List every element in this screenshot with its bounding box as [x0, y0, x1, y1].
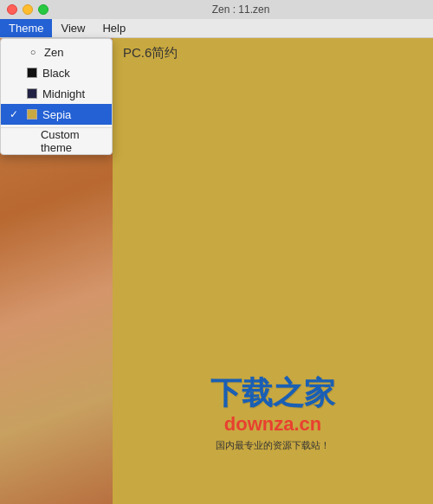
theme-option-custom[interactable]: Custom theme: [1, 131, 112, 152]
midnight-swatch: [27, 88, 37, 99]
menu-theme[interactable]: Theme: [0, 19, 52, 37]
zen-radio-icon: ○: [27, 47, 39, 57]
black-label: Black: [42, 67, 70, 80]
content-title: PC.6简约: [113, 38, 433, 68]
close-button[interactable]: [7, 4, 17, 15]
sepia-check: ✓: [10, 108, 22, 120]
theme-option-black[interactable]: Black: [1, 62, 112, 83]
window-title: Zen : 11.zen: [48, 3, 433, 16]
menu-help[interactable]: Help: [94, 19, 134, 37]
watermark-sub: downza.cn: [113, 413, 433, 436]
zen-label: Zen: [44, 46, 63, 59]
window-controls: [7, 4, 48, 15]
watermark-desc: 国内最专业的资源下载站！: [113, 439, 433, 452]
custom-label: Custom theme: [41, 128, 103, 154]
black-swatch: [27, 68, 37, 78]
maximize-button[interactable]: [38, 4, 48, 15]
theme-option-zen[interactable]: ○ Zen: [1, 42, 112, 62]
minimize-button[interactable]: [23, 4, 33, 15]
titlebar: Zen : 11.zen: [0, 0, 433, 19]
theme-option-midnight[interactable]: Midnight: [1, 83, 112, 104]
menu-view[interactable]: View: [52, 19, 94, 37]
watermark-main: 下载之家: [113, 372, 433, 415]
menubar: Theme View Help: [0, 19, 433, 38]
sepia-swatch: [27, 109, 37, 120]
theme-dropdown: ○ Zen Black Midnight ✓ Sepia Custom them…: [0, 38, 113, 155]
sepia-label: Sepia: [42, 108, 71, 121]
midnight-label: Midnight: [42, 87, 85, 100]
watermark-area: 下载之家 downza.cn 国内最专业的资源下载站！: [113, 372, 433, 452]
theme-option-sepia[interactable]: ✓ Sepia: [1, 104, 112, 125]
